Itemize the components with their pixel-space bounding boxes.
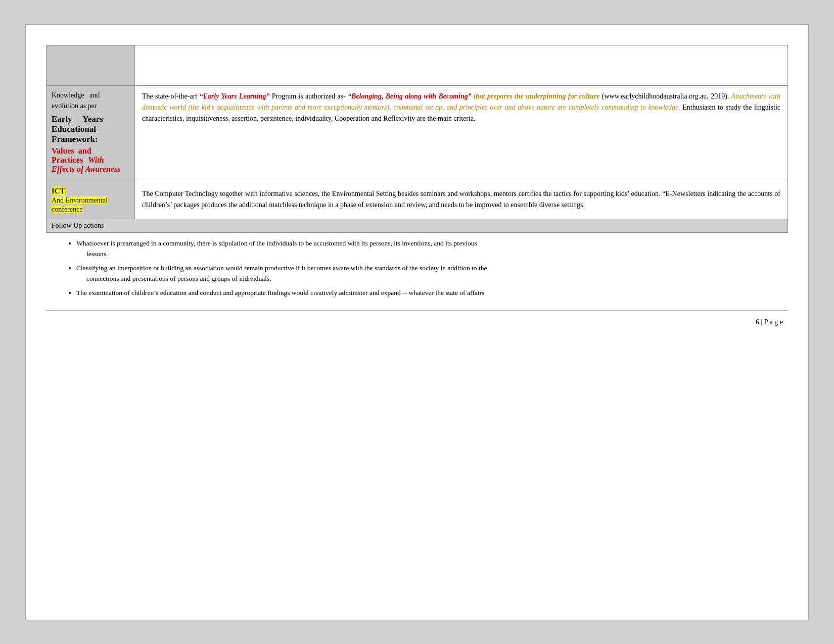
page-divider bbox=[46, 310, 788, 311]
env-section: And Environmental bbox=[52, 195, 129, 205]
header-right bbox=[135, 45, 788, 85]
left-col-2: ICT And Environmental conference bbox=[47, 178, 135, 219]
values-and: Values and bbox=[52, 146, 129, 156]
educational-bold: Educational bbox=[52, 124, 129, 134]
followup-row: Follow Up actions bbox=[47, 219, 788, 232]
followup-cell: Follow Up actions bbox=[47, 219, 788, 232]
practices-label: Practices bbox=[52, 156, 83, 164]
content-row-2: ICT And Environmental conference The Com… bbox=[47, 178, 788, 219]
para1-title2: “Belonging, Being along with Becoming” bbox=[348, 92, 472, 100]
right-col-2: The Computer Technology together with in… bbox=[135, 178, 788, 219]
knowledge-label: Knowledge bbox=[52, 91, 84, 99]
framework-bold: Framework: bbox=[52, 134, 129, 144]
years-label: Years bbox=[82, 114, 103, 124]
para1-middle: Program is authorized as- bbox=[270, 92, 348, 100]
para2-text: The Computer Technology together with in… bbox=[142, 190, 780, 209]
effects-label: Effects of Awareness bbox=[52, 165, 121, 173]
effects-awareness: Effects of Awareness bbox=[52, 165, 129, 174]
page-number-text: 6 | P a g e bbox=[756, 318, 783, 326]
env-label: And Environmental bbox=[52, 196, 108, 204]
framework-label: Framework: bbox=[52, 134, 98, 144]
main-table: Knowledge and evolution as per Early Yea… bbox=[46, 45, 788, 233]
ict-label: ICT bbox=[52, 187, 65, 195]
bullet1-sub: lessons. bbox=[86, 250, 108, 258]
content-row-1: Knowledge and evolution as per Early Yea… bbox=[47, 85, 788, 178]
para1-italic: that prepares the underpinning for cultu… bbox=[472, 92, 600, 100]
bullet-list: Whatsoever is prearranged in a community… bbox=[66, 238, 778, 299]
and-label: and bbox=[89, 91, 100, 99]
early-years-bold: Early Years bbox=[52, 114, 129, 124]
bullet2-main: Classifying an interposition or building… bbox=[76, 264, 487, 272]
conference-label: conference bbox=[52, 206, 82, 213]
page: Knowledge and evolution as per Early Yea… bbox=[25, 24, 809, 620]
bullet-item-3: The examination of children’s education … bbox=[76, 287, 778, 299]
bullet2-sub: connections and presentations of persons… bbox=[86, 275, 271, 282]
evolution-label: evolution as per bbox=[52, 102, 97, 110]
left-knowledge-text: Knowledge and evolution as per bbox=[52, 90, 129, 114]
and-red-label: and bbox=[78, 146, 91, 155]
right-para-1: The state-of-the-art “Early Years Learni… bbox=[142, 91, 780, 125]
practices-with: Practices With bbox=[52, 156, 129, 165]
para1-prefix: The state-of-the-art bbox=[142, 92, 200, 100]
bullet-section: Whatsoever is prearranged in a community… bbox=[46, 233, 788, 307]
header-row bbox=[47, 45, 788, 85]
early-label: Early bbox=[52, 114, 72, 124]
bullet1-main: Whatsoever is prearranged in a community… bbox=[76, 239, 477, 247]
conference-section: conference bbox=[52, 205, 129, 214]
right-para-2: The Computer Technology together with in… bbox=[142, 183, 780, 211]
values-label: Values bbox=[52, 146, 74, 155]
page-number: 6 | P a g e bbox=[46, 318, 788, 326]
followup-label: Follow Up actions bbox=[52, 222, 104, 229]
with-label: With bbox=[88, 156, 104, 164]
ict-section: ICT bbox=[52, 186, 129, 195]
bullet3-text: The examination of children’s education … bbox=[76, 289, 484, 296]
bullet-item-2: Classifying an interposition or building… bbox=[76, 263, 778, 284]
para1-ref: (www.earlychildhoodaustralia.org.au, 201… bbox=[599, 92, 729, 100]
header-left bbox=[47, 45, 135, 85]
educational-label: Educational bbox=[52, 124, 96, 134]
left-col-1: Knowledge and evolution as per Early Yea… bbox=[47, 85, 135, 178]
para1-title: “Early Years Learning” bbox=[200, 92, 270, 100]
right-col-1: The state-of-the-art “Early Years Learni… bbox=[135, 85, 788, 178]
bullet-item-1: Whatsoever is prearranged in a community… bbox=[76, 238, 778, 260]
